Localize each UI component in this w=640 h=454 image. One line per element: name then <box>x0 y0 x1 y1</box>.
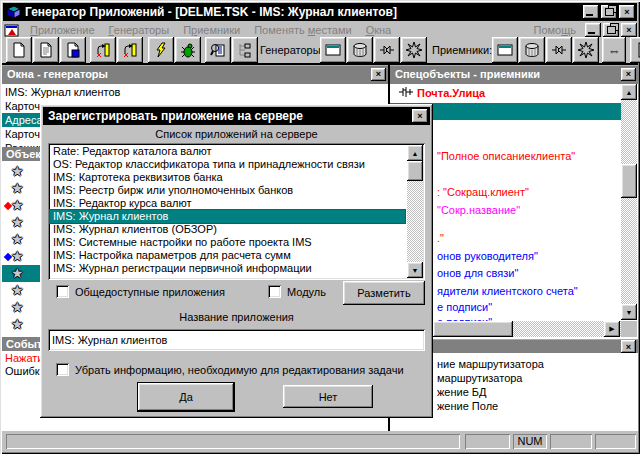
dialog-titlebar: Зарегистрировать приложение на сервере × <box>43 107 430 125</box>
router-event-item[interactable]: жение Поле <box>437 399 498 413</box>
spec-object-text-fragment: ядители клиентского счета" <box>437 284 578 298</box>
menu-item-4[interactable]: Окна <box>359 23 399 37</box>
scroll-up-button[interactable]: ▲ <box>407 145 423 161</box>
scroll-down-button[interactable]: ▼ <box>407 262 423 278</box>
status-cell <box>595 434 636 449</box>
mdi-restore-button[interactable] <box>603 23 619 37</box>
receiver-form-button[interactable] <box>492 37 518 63</box>
server-app-item[interactable]: IMS: Журнал клиентов <box>50 210 405 223</box>
mdi-minimize-button[interactable] <box>585 23 601 37</box>
minimize-button[interactable] <box>583 5 599 19</box>
app-icon <box>6 5 22 19</box>
generator-window-item[interactable]: IMS: Журнал клиентов <box>2 85 120 99</box>
server-app-item[interactable]: IMS: Настройка параметров для расчета су… <box>50 249 405 262</box>
receivers-label: Приемники: <box>432 44 492 56</box>
dialog-close-button[interactable]: × <box>412 109 428 123</box>
generators-panel-title: Окна - генераторы <box>7 68 108 80</box>
hscroll-thumb[interactable] <box>433 321 513 337</box>
app-list-label: Список приложений на сервере <box>40 128 433 140</box>
generator-form-button[interactable] <box>320 37 346 63</box>
no-button[interactable]: Нет <box>283 385 373 408</box>
star-icon: ★ <box>11 248 24 265</box>
move-column-right-button[interactable] <box>117 37 143 63</box>
star-icon: ★ <box>11 299 24 316</box>
router-event-item[interactable]: ние маршрутизатора <box>437 357 544 371</box>
router-event-item[interactable]: маршрутизатора <box>437 371 523 385</box>
merge-icon <box>379 42 395 58</box>
receiver-special-button[interactable] <box>573 37 599 63</box>
listbox-scrollbar[interactable]: ▲ ▼ <box>407 145 423 278</box>
server-app-item[interactable]: IMS: Журнал регистрации первичной информ… <box>50 262 405 275</box>
open-task-button[interactable] <box>33 37 59 63</box>
clean-info-checkbox[interactable] <box>56 363 69 376</box>
new-task-button[interactable] <box>6 37 32 63</box>
generator-window-item[interactable]: Карточ <box>2 127 40 141</box>
window-icon <box>497 42 513 58</box>
scrollbar-corner <box>621 321 637 337</box>
restore-button[interactable] <box>601 5 617 19</box>
server-app-item[interactable]: IMS: Редактор курса валют <box>50 197 405 210</box>
document-system-menu-icon[interactable] <box>4 23 19 37</box>
menu-item-0[interactable]: Приложение <box>23 23 102 37</box>
panel-toggle-button[interactable] <box>630 37 640 63</box>
receiver-merge-button[interactable] <box>546 37 572 63</box>
close-icon[interactable]: × <box>621 340 636 353</box>
yes-button-label: Да <box>138 383 234 411</box>
generator-db-button[interactable] <box>347 37 373 63</box>
yes-button[interactable]: Да <box>137 382 235 412</box>
server-app-item[interactable]: OS: Редактор классификатора типа и прина… <box>50 158 405 171</box>
structure-button[interactable] <box>232 37 258 63</box>
restore-icon <box>607 26 616 34</box>
scroll-up-button[interactable]: ▲ <box>621 84 637 100</box>
scroll-down-button[interactable]: ▼ <box>621 304 637 320</box>
mark-button-label: Разметить <box>357 287 410 299</box>
server-app-item[interactable]: Rate: Редактор каталога валют <box>50 145 405 158</box>
module-checkbox[interactable] <box>268 285 281 298</box>
server-app-item[interactable]: IMS: Журнал клиентов (ОБЗОР) <box>50 223 405 236</box>
close-button[interactable]: × <box>619 5 635 19</box>
app-window: Генератор Приложений - [DELME.TSK - IMS:… <box>0 0 640 454</box>
menu-item-1[interactable]: Генераторы <box>102 23 177 37</box>
close-icon[interactable]: × <box>371 68 386 81</box>
receiver-db-button[interactable] <box>519 37 545 63</box>
merge-icon <box>551 42 567 58</box>
debug-button[interactable] <box>175 37 201 63</box>
router-event-item[interactable]: жение БД <box>437 385 487 399</box>
preview-button[interactable] <box>205 37 231 63</box>
swap-arrows-icon: ⇔ <box>608 43 621 58</box>
scroll-right-button[interactable]: ▶ <box>604 321 620 337</box>
move-column-left-button[interactable] <box>90 37 116 63</box>
menubar: ПриложениеГенераторыПриемникиПоменять ме… <box>3 21 637 38</box>
generator-special-button[interactable] <box>401 37 427 63</box>
open-page-icon <box>38 42 54 58</box>
server-app-item[interactable]: IMS: Картотека реквизитов банка <box>50 171 405 184</box>
menu-item-2[interactable]: Приемники <box>176 23 247 37</box>
generator-merge-button[interactable] <box>374 37 400 63</box>
status-cell <box>465 434 510 449</box>
right-panel-vscrollbar[interactable]: ▲ ▼ <box>621 84 637 320</box>
mark-button[interactable]: Разметить <box>343 281 425 305</box>
menu-item-help[interactable]: Помощь <box>526 23 583 37</box>
listbox-scroll-thumb[interactable] <box>407 161 423 181</box>
server-app-item[interactable]: IMS: Системные настройки по работе проек… <box>50 236 405 249</box>
window-icon <box>325 42 341 58</box>
vscroll-thumb[interactable] <box>621 164 637 198</box>
close-icon[interactable]: × <box>621 68 636 81</box>
dialog-title: Зарегистрировать приложение на сервере <box>48 109 303 123</box>
server-app-listbox[interactable]: Rate: Редактор каталога валютOS: Редакто… <box>48 143 425 280</box>
server-app-item[interactable]: IMS: Реестр бирж или уполномоченных банк… <box>50 184 405 197</box>
public-apps-checkbox[interactable] <box>56 285 69 298</box>
events-panel-title: Событ <box>6 338 42 350</box>
run-button[interactable] <box>148 37 174 63</box>
status-bar: NUM <box>2 431 638 452</box>
star-icon: ★ <box>11 316 24 333</box>
event-item[interactable]: Нажати <box>2 352 43 365</box>
swap-button[interactable]: ⇔ <box>602 37 626 63</box>
app-name-input[interactable]: IMS: Журнал клиентов <box>48 329 425 351</box>
mdi-close-button[interactable]: × <box>621 23 637 37</box>
spec-object-item[interactable]: Почта.Улица <box>417 86 485 100</box>
spec-object-plug-icon <box>398 85 414 101</box>
save-task-button[interactable] <box>60 37 86 63</box>
menu-item-3[interactable]: Поменять местами <box>247 23 358 37</box>
generator-window-item[interactable]: Карточ <box>2 99 40 113</box>
